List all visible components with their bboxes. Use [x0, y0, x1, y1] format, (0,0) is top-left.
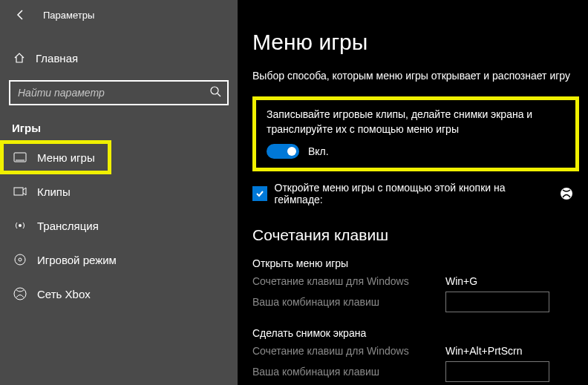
page-subtitle: Выбор способа, которым меню игры открыва…	[252, 70, 573, 82]
svg-point-7	[19, 258, 22, 261]
sidebar-item-broadcasting[interactable]: Трансляция	[0, 208, 238, 243]
controller-checkbox[interactable]	[252, 186, 267, 201]
home-icon	[13, 52, 25, 64]
sidebar-item-xbox-network[interactable]: Сеть Xbox	[0, 277, 238, 311]
toggle-knob	[287, 147, 296, 156]
box-description: Записывайте игровые клипы, делайте снимк…	[267, 108, 565, 136]
svg-point-8	[14, 288, 26, 300]
sidebar-item-label: Клипы	[37, 185, 71, 198]
shortcut-group-open: Открыть меню игры Сочетание клавиш для W…	[252, 257, 573, 312]
sidebar-item-label: Игровой режим	[37, 254, 117, 266]
check-icon	[255, 188, 265, 199]
main-panel: Меню игры Выбор способа, которым меню иг…	[238, 0, 588, 385]
broadcast-icon	[13, 219, 27, 232]
sidebar: Параметры Главная Игры Меню игры Клипы Т…	[0, 0, 238, 385]
game-bar-toggle[interactable]	[267, 144, 299, 159]
shortcut-user-label: Ваша комбинация клавиш	[252, 366, 445, 378]
svg-point-5	[19, 224, 22, 227]
toggle-row: Вкл.	[267, 144, 565, 159]
search-icon	[209, 85, 221, 100]
shortcut-user-label: Ваша комбинация клавиш	[252, 296, 445, 308]
shortcut-line-user: Ваша комбинация клавиш	[252, 361, 573, 382]
header-row: Параметры	[0, 0, 238, 30]
sidebar-item-captures[interactable]: Клипы	[0, 174, 238, 208]
svg-line-1	[218, 93, 220, 96]
shortcut-windows-value: Win+Alt+PrtScrn	[445, 345, 522, 357]
sidebar-item-game-bar[interactable]: Меню игры	[0, 140, 111, 174]
sidebar-item-game-mode[interactable]: Игровой режим	[0, 243, 238, 277]
search-wrap	[9, 80, 229, 105]
page-title: Меню игры	[252, 30, 573, 55]
app-title: Параметры	[43, 10, 94, 21]
xbox-button-icon	[560, 187, 573, 200]
svg-point-9	[561, 188, 572, 200]
svg-rect-4	[14, 188, 23, 195]
shortcut-line-user: Ваша комбинация клавиш	[252, 292, 573, 312]
shortcut-line-windows: Сочетание клавиш для Windows Win+G	[252, 275, 573, 287]
sidebar-item-label: Сеть Xbox	[37, 288, 91, 300]
shortcut-user-input[interactable]	[445, 361, 549, 382]
toggle-label: Вкл.	[308, 145, 329, 157]
shortcut-windows-label: Сочетание клавиш для Windows	[252, 345, 445, 357]
shortcut-windows-value: Win+G	[445, 275, 477, 287]
sidebar-item-label: Трансляция	[37, 220, 99, 232]
controller-checkbox-row: Откройте меню игры с помощью этой кнопки…	[252, 182, 573, 205]
sidebar-item-label: Меню игры	[37, 151, 95, 164]
arrow-left-icon	[15, 9, 27, 21]
gamemode-icon	[13, 253, 27, 266]
sidebar-home[interactable]: Главная	[0, 43, 238, 73]
shortcut-windows-label: Сочетание клавиш для Windows	[252, 275, 445, 287]
shortcuts-heading: Сочетания клавиш	[252, 226, 573, 244]
shortcut-title: Сделать снимок экрана	[252, 327, 573, 339]
xbox-icon	[13, 287, 27, 300]
sidebar-section-label: Игры	[12, 122, 238, 134]
game-bar-toggle-box: Записывайте игровые клипы, делайте снимк…	[252, 96, 579, 171]
shortcut-group-screenshot: Сделать снимок экрана Сочетание клавиш д…	[252, 327, 573, 382]
shortcut-title: Открыть меню игры	[252, 257, 573, 269]
home-label: Главная	[36, 52, 78, 65]
gamebar-icon	[13, 151, 27, 164]
back-button[interactable]	[9, 3, 33, 27]
svg-point-0	[211, 87, 218, 94]
shortcut-user-input[interactable]	[445, 292, 549, 312]
search-input[interactable]	[9, 80, 229, 105]
clip-icon	[13, 185, 27, 198]
svg-point-6	[15, 254, 25, 265]
shortcut-line-windows: Сочетание клавиш для Windows Win+Alt+Prt…	[252, 345, 573, 357]
controller-label: Откройте меню игры с помощью этой кнопки…	[275, 182, 550, 205]
